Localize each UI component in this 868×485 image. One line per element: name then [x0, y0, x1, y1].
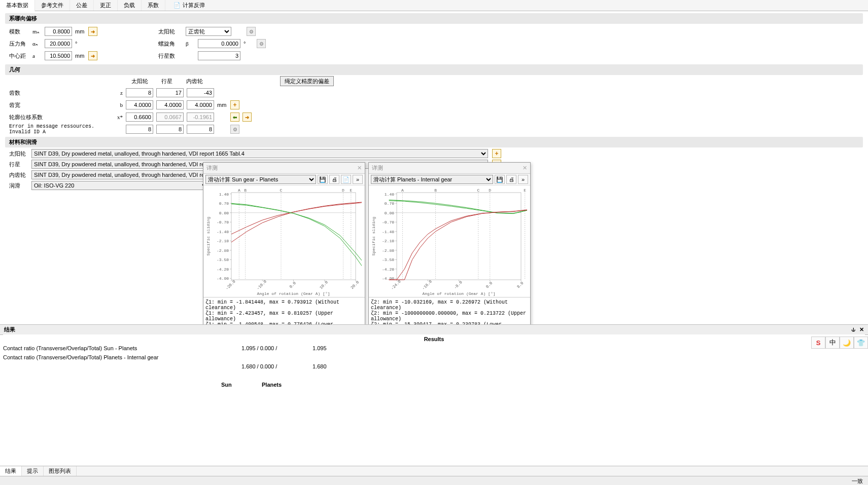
mat-sun-label: 太阳轮 [9, 150, 27, 158]
svg-text:D: D [489, 188, 491, 191]
main-tabs: 基本数据 参考文件 公差 更正 负载 系数 📄 计算反弹 [0, 0, 868, 11]
center-arrow-button[interactable]: ➜ [88, 51, 97, 60]
shift-internal-input [187, 113, 214, 122]
pressure-symbol: αₙ [32, 41, 42, 47]
tab-reference[interactable]: 参考文件 [35, 0, 70, 11]
svg-text:B: B [434, 188, 437, 191]
shift-left-arrow-button[interactable]: ⬅ [230, 113, 239, 122]
width-unit: mm [217, 102, 227, 108]
more-icon[interactable]: » [518, 175, 528, 184]
tab-basic[interactable]: 基本数据 [0, 0, 35, 12]
teeth-internal-input[interactable] [187, 88, 214, 97]
module-unit: mm [75, 28, 85, 34]
pressure-unit: ° [75, 41, 85, 47]
center-label: 中心距 [9, 52, 29, 60]
pressure-input[interactable] [45, 39, 72, 48]
svg-text:A: A [401, 188, 404, 191]
col-internal: 内齿轮 [181, 78, 208, 85]
width-symbol: b [114, 102, 123, 108]
export-icon[interactable]: 📄 [341, 175, 351, 184]
chart-sun-planets: 1.400.700.00-0.70-1.40-2.10-2.80-3.50-4.… [203, 185, 362, 191]
shift-symbol: x* [114, 114, 123, 120]
lube-select[interactable]: Oil: ISO-VG 220 [31, 181, 209, 190]
module-input[interactable] [45, 27, 72, 36]
center-input[interactable] [45, 51, 72, 60]
detail-panel-2-title: 详测 [372, 164, 383, 172]
tab-coefficient[interactable]: 系数 [142, 0, 165, 11]
quality-planet-input[interactable] [156, 125, 184, 134]
helix-unit: ° [244, 41, 254, 47]
shift-planet-input [156, 113, 184, 122]
detail-panel-2: 详测 ✕ 滑动计算 Planets - Internal gear 💾 🖨 » … [368, 162, 531, 191]
teeth-label: 齿数 [9, 89, 111, 97]
compute-label: 计算反弹 [183, 2, 205, 9]
tolerance-deviation-button[interactable]: 绳定义精度的偏差 [280, 76, 334, 86]
detail-1-select[interactable]: 滑动计算 Sun gear - Planets [205, 175, 316, 184]
col-planet: 行星 [153, 78, 181, 85]
print-icon[interactable]: 🖨 [329, 175, 339, 184]
teeth-planet-input[interactable] [156, 88, 184, 97]
sun-select[interactable]: 正齿轮 [186, 27, 231, 36]
helix-input[interactable] [198, 39, 240, 48]
shift-label: 轮廓位移系数 [9, 114, 111, 121]
width-label: 齿宽 [9, 101, 111, 109]
chart-planets-internal: 1.400.700.00-0.70-1.40-2.10-2.80-3.50-4.… [369, 185, 527, 191]
tab-tolerance[interactable]: 公差 [70, 0, 94, 11]
svg-text:D: D [342, 188, 344, 191]
mat-internal-label: 内齿轮 [9, 171, 27, 179]
calculator-icon: 📄 [173, 2, 181, 9]
more-icon[interactable]: » [353, 175, 363, 184]
module-arrow-button[interactable]: ➜ [88, 27, 97, 36]
svg-text:C: C [477, 188, 479, 191]
tab-correction[interactable]: 更正 [94, 0, 118, 11]
helix-symbol: β [186, 41, 195, 47]
center-symbol: a [32, 53, 42, 59]
error-label: Error in message ressources. Invalid ID … [9, 124, 111, 135]
pressure-label: 压力角 [9, 40, 29, 48]
module-label: 模数 [9, 28, 29, 35]
col-sun: 太阳轮 [126, 78, 153, 85]
section-material: 材料和润滑 [5, 137, 863, 147]
svg-text:B: B [244, 188, 247, 191]
center-unit: mm [75, 53, 85, 59]
mat-sun-plus-button[interactable]: + [492, 149, 501, 158]
helix-gear-button[interactable]: ⚙ [257, 39, 266, 48]
section-system-shift: 系哪向偏移 [5, 13, 863, 24]
svg-text:A: A [238, 188, 240, 191]
width-plus-button[interactable]: + [230, 100, 239, 109]
detail-panel-1-title: 详测 [206, 164, 218, 172]
svg-text:E: E [524, 188, 526, 191]
save-icon[interactable]: 💾 [318, 175, 328, 184]
svg-text:E: E [350, 188, 352, 191]
quality-sun-input[interactable] [126, 125, 153, 134]
teeth-sun-input[interactable] [126, 88, 153, 97]
sun-label: 太阳轮 [158, 28, 183, 35]
helix-label: 螺旋角 [158, 40, 183, 48]
planets-label: 行星数 [158, 52, 183, 60]
close-icon[interactable]: ✕ [357, 165, 362, 171]
print-icon[interactable]: 🖨 [506, 175, 516, 184]
teeth-symbol: z [114, 90, 123, 96]
section-geometry: 几何 [5, 64, 863, 75]
detail-2-select[interactable]: 滑动计算 Planets - Internal gear [371, 175, 493, 184]
width-planet-input[interactable] [156, 100, 184, 109]
lube-label: 润滑 [9, 182, 27, 190]
module-symbol: mₙ [32, 28, 42, 35]
close-icon[interactable]: ✕ [523, 165, 527, 171]
svg-text:C: C [280, 188, 283, 191]
quality-internal-input[interactable] [187, 125, 214, 134]
quality-gear-button[interactable]: ⚙ [230, 125, 239, 134]
detail-panel-1: 详测 ✕ 滑动计算 Sun gear - Planets 💾 🖨 📄 » 1.4… [203, 162, 365, 191]
width-internal-input[interactable] [187, 100, 214, 109]
shift-right-arrow-button[interactable]: ➜ [242, 113, 252, 122]
mat-planet-label: 行星 [9, 161, 27, 168]
shift-sun-input[interactable] [126, 113, 153, 122]
planets-input[interactable] [198, 51, 240, 60]
mat-internal-select[interactable]: SINT D39, Dry powdered metal, unalloyed,… [31, 170, 219, 179]
compute-button[interactable]: 📄 计算反弹 [167, 0, 211, 11]
sun-gear-button[interactable]: ⚙ [247, 27, 256, 36]
save-icon[interactable]: 💾 [495, 175, 505, 184]
mat-sun-select[interactable]: SINT D39, Dry powdered metal, unalloyed,… [31, 149, 488, 158]
width-sun-input[interactable] [126, 100, 153, 109]
tab-load[interactable]: 负载 [118, 0, 142, 11]
